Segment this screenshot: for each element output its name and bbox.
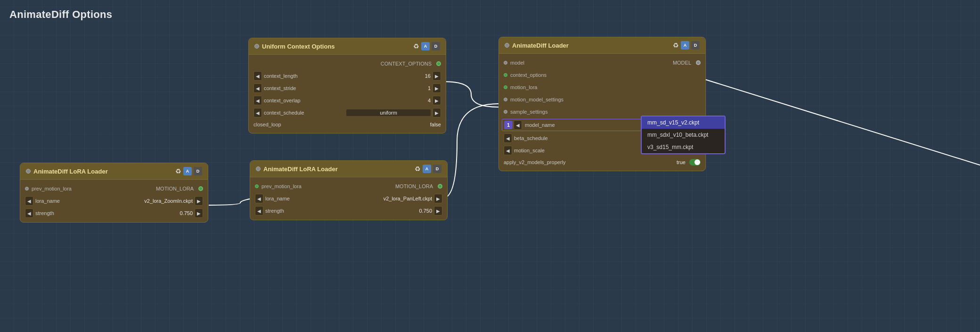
context-length-value: 16 bbox=[412, 73, 431, 79]
lora-left-strength-decrement[interactable]: ◀ bbox=[25, 208, 33, 218]
uniform-context-icons: ♻ A D bbox=[413, 42, 440, 50]
context-overlap-decrement[interactable]: ◀ bbox=[253, 96, 262, 105]
badge-a-lora-right: A bbox=[423, 165, 431, 173]
uniform-context-body: CONTEXT_OPTIONS ◀ context_length 16 ▶ ◀ … bbox=[249, 55, 446, 133]
uniform-context-node: Uniform Context Options ♻ A D CONTEXT_OP… bbox=[248, 38, 446, 133]
recycle-icon-lora-left: ♻ bbox=[175, 167, 181, 175]
lora-right-name-value: v2_lora_PanLeft.ckpt bbox=[384, 196, 432, 201]
recycle-icon-loader: ♻ bbox=[673, 42, 679, 49]
sample-settings-dot bbox=[504, 110, 507, 114]
apply-v2-toggle[interactable] bbox=[689, 159, 701, 166]
badge-a-uniform: A bbox=[421, 42, 430, 50]
apply-v2-label: apply_v2_models_properly bbox=[504, 159, 675, 165]
lora-left-prev-label: prev_motion_lora bbox=[29, 186, 72, 191]
lora-left-name-row: ◀ lora_name v2_lora_ZoomIn.ckpt ▶ bbox=[20, 195, 208, 207]
lora-right-strength-row: ◀ strength 0.750 ▶ bbox=[250, 205, 447, 217]
model-name-decrement[interactable]: ◀ bbox=[514, 120, 522, 130]
lora-left-strength-increment[interactable]: ▶ bbox=[195, 208, 203, 218]
lora-left-strength-row: ◀ strength 0.750 ▶ bbox=[20, 207, 208, 219]
dropdown-item-1[interactable]: mm_sd_v15_v2.ckpt bbox=[642, 116, 725, 129]
lora-right-strength-decrement[interactable]: ◀ bbox=[255, 206, 263, 216]
context-stride-increment[interactable]: ▶ bbox=[433, 83, 441, 93]
lora-right-name-row: ◀ lora_name v2_lora_PanLeft.ckpt ▶ bbox=[250, 192, 447, 205]
context-options-output-row: CONTEXT_OPTIONS bbox=[249, 58, 446, 70]
badge-a-lora-left: A bbox=[183, 167, 192, 175]
context-options-input-label: context_options bbox=[507, 72, 547, 78]
lora-left-prev-row: prev_motion_lora MOTION_LORA bbox=[20, 183, 208, 195]
animatediff-loader-title: AnimateDiff Loader bbox=[512, 42, 670, 49]
lora-loader-left-title: AnimateDiff LoRA Loader bbox=[33, 168, 172, 175]
context-length-decrement[interactable]: ◀ bbox=[253, 71, 262, 81]
model-input-label: model bbox=[507, 60, 524, 66]
lora-left-name-value: v2_lora_ZoomIn.ckpt bbox=[144, 198, 193, 204]
lora-right-output-port[interactable] bbox=[438, 184, 442, 189]
lora-right-name-label: lora_name bbox=[265, 196, 382, 201]
canvas: AnimateDiff Options Uniform Context Opti… bbox=[0, 0, 980, 332]
motion-model-settings-row: motion_model_settings bbox=[499, 93, 705, 106]
lora-loader-right-header: AnimateDiff LoRA Loader ♻ A D bbox=[250, 161, 447, 177]
beta-schedule-label: beta_schedule bbox=[514, 135, 660, 141]
context-overlap-increment[interactable]: ▶ bbox=[433, 96, 441, 105]
lora-left-status-dot bbox=[26, 169, 31, 174]
lora-left-name-increment[interactable]: ▶ bbox=[195, 196, 203, 206]
lora-loader-right-title: AnimateDiff LoRA Loader bbox=[263, 166, 412, 173]
closed-loop-row: closed_loop false bbox=[249, 119, 446, 130]
model-output-port[interactable] bbox=[696, 60, 701, 65]
context-stride-decrement[interactable]: ◀ bbox=[253, 83, 262, 93]
closed-loop-value: false bbox=[430, 122, 441, 127]
dropdown-item-3[interactable]: v3_sd15_mm.ckpt bbox=[642, 141, 725, 153]
badge-d-uniform: D bbox=[432, 42, 440, 50]
lora-loader-left-node: AnimateDiff LoRA Loader ♻ A D prev_motio… bbox=[20, 163, 208, 223]
animatediff-loader-header: AnimateDiff Loader ♻ A D bbox=[499, 37, 705, 54]
uniform-context-status-dot bbox=[254, 44, 259, 49]
context-options-output-port[interactable] bbox=[436, 61, 441, 66]
context-length-label: context_length bbox=[264, 73, 410, 79]
svg-line-0 bbox=[704, 79, 980, 165]
badge-d-loader: D bbox=[691, 41, 700, 50]
apply-v2-row: apply_v2_models_properly true bbox=[499, 157, 705, 168]
uniform-context-header: Uniform Context Options ♻ A D bbox=[249, 38, 446, 55]
lora-left-strength-label: strength bbox=[35, 210, 172, 216]
motion-lora-row: motion_lora bbox=[499, 81, 705, 93]
page-title: AnimateDiff Options bbox=[9, 8, 112, 21]
context-stride-value: 1 bbox=[412, 85, 431, 91]
context-schedule-decrement[interactable]: ◀ bbox=[253, 108, 262, 117]
apply-v2-value: true bbox=[677, 159, 686, 165]
lora-left-output-label: MOTION_LORA bbox=[133, 186, 197, 191]
lora-right-status-dot bbox=[256, 166, 261, 171]
lora-loader-right-body: prev_motion_lora MOTION_LORA ◀ lora_name… bbox=[250, 177, 447, 220]
lora-right-name-increment[interactable]: ▶ bbox=[434, 194, 442, 203]
model-row: model MODEL bbox=[499, 57, 705, 69]
lora-right-output-label: MOTION_LORA bbox=[368, 183, 436, 189]
badge-a-loader: A bbox=[681, 41, 689, 50]
lora-left-output-port[interactable] bbox=[198, 186, 203, 191]
lora-right-strength-label: strength bbox=[265, 208, 411, 214]
lora-left-name-decrement[interactable]: ◀ bbox=[25, 196, 33, 206]
lora-left-name-label: lora_name bbox=[35, 198, 142, 204]
dropdown-item-2[interactable]: mm_sdxl_v10_beta.ckpt bbox=[642, 129, 725, 141]
lora-right-name-decrement[interactable]: ◀ bbox=[255, 194, 263, 203]
context-options-input-row: context_options bbox=[499, 69, 705, 81]
motion-lora-label: motion_lora bbox=[507, 84, 537, 90]
context-overlap-row: ◀ context_overlap 4 ▶ bbox=[249, 94, 446, 107]
lora-left-icons: ♻ A D bbox=[175, 167, 202, 175]
motion-model-settings-dot bbox=[504, 98, 507, 101]
lora-loader-left-body: prev_motion_lora MOTION_LORA ◀ lora_name… bbox=[20, 180, 208, 222]
lora-left-strength-value: 0.750 bbox=[174, 210, 193, 216]
context-schedule-increment[interactable]: ▶ bbox=[433, 108, 441, 117]
recycle-icon: ♻ bbox=[413, 42, 419, 50]
motion-scale-decrement[interactable]: ◀ bbox=[504, 146, 512, 155]
model-name-label: model_name bbox=[523, 122, 557, 128]
lora-right-strength-increment[interactable]: ▶ bbox=[434, 206, 442, 216]
motion-lora-dot bbox=[504, 85, 507, 89]
beta-schedule-decrement[interactable]: ◀ bbox=[504, 133, 512, 143]
context-length-increment[interactable]: ▶ bbox=[433, 71, 441, 81]
lora-right-strength-value: 0.750 bbox=[413, 208, 432, 214]
motion-model-settings-label: motion_model_settings bbox=[507, 97, 564, 102]
context-overlap-value: 4 bbox=[412, 98, 431, 103]
recycle-icon-lora-right: ♻ bbox=[415, 165, 421, 173]
animatediff-loader-status-dot bbox=[505, 43, 509, 48]
context-overlap-label: context_overlap bbox=[264, 98, 410, 103]
context-schedule-label: context_schedule bbox=[264, 110, 344, 116]
model-name-dropdown[interactable]: mm_sd_v15_v2.ckpt mm_sdxl_v10_beta.ckpt … bbox=[641, 116, 726, 154]
